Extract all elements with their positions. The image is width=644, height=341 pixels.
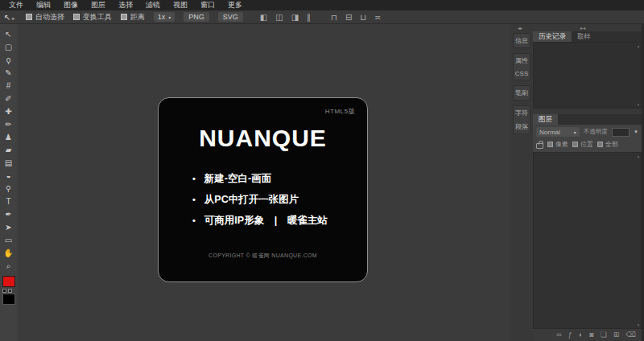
quick-select-tool-icon[interactable]: ✎ [0,67,17,80]
menu-more[interactable]: 更多 [221,0,249,10]
menu-file[interactable]: 文件 [2,0,30,10]
scrollbar[interactable]: ▴ ▾ [636,43,641,108]
menu-select[interactable]: 选择 [112,0,139,10]
tab-history[interactable]: 历史记录 [533,31,572,42]
path-select-tool-icon[interactable]: ➤ [0,221,17,234]
scroll-up-icon[interactable]: ▴ [638,154,640,158]
opacity-field[interactable] [612,128,630,137]
zoom-level-dropdown[interactable]: 1x ▾ [154,12,175,22]
align-middle-icon[interactable]: ⊟ [345,13,352,22]
tab-sampling[interactable]: 取样 [572,31,597,42]
eyedropper-tool-icon[interactable]: ✐ [0,92,17,105]
distance-checkbox[interactable]: 距离 [121,12,145,23]
opacity-caret-icon[interactable]: ▼ [634,129,638,134]
collapse-arrows-icon[interactable]: ◂▸ [518,25,522,31]
lasso-tool-icon[interactable]: ϙ [0,54,17,67]
chevron-down-icon: ▾ [574,129,576,135]
checkbox-icon[interactable] [121,14,127,20]
checkbox-icon[interactable] [597,142,603,147]
swap-colors-icon[interactable] [2,289,15,293]
panel-tab-css[interactable]: CSS [514,68,530,80]
shape-tool-icon[interactable]: ▭ [0,234,17,247]
hand-tool-icon[interactable]: ✋ [0,247,17,260]
default-colors-icon[interactable] [2,289,6,293]
gradient-tool-icon[interactable]: ▤ [0,157,17,170]
lock-pixels-label: 像素 [555,140,568,149]
history-panel-content: ▴ ▾ [533,42,642,109]
blend-mode-select[interactable]: Normal ▾ [536,127,580,137]
lock-icon[interactable] [536,143,543,149]
panel-tab-properties[interactable]: 属性 [514,54,530,68]
bullet-open-image[interactable]: 从PC中打开一张图片 [192,189,367,210]
distribute-h-icon[interactable]: ∥ [307,13,311,22]
text-tool-icon[interactable]: T [0,195,17,208]
align-right-icon[interactable]: ◨ [291,13,299,22]
pen-tool-icon[interactable]: ✒ [0,208,17,221]
bullet-ip-links[interactable]: 可商用IP形象 | 暖雀主站 [192,210,367,231]
menu-edit[interactable]: 编辑 [30,0,57,10]
crop-tool-icon[interactable]: # [0,80,17,92]
panel-tab-character[interactable]: 字符 [514,106,530,120]
link-icon[interactable]: ∞ [556,331,561,339]
checkbox-icon[interactable] [73,14,80,20]
menu-window[interactable]: 窗口 [194,0,221,10]
scroll-down-icon[interactable]: ▾ [638,102,640,107]
layers-footer: ∞ƒ◐◙❏⊞⌫ [533,329,642,341]
export-svg-button[interactable]: SVG [218,12,243,22]
brush-tool-icon[interactable]: ✏ [0,118,17,131]
dodge-tool-icon[interactable]: ⚲ [0,183,17,195]
bullet-new-canvas[interactable]: 新建-空白-画面 [192,168,367,189]
folder-icon[interactable]: ❏ [601,331,607,339]
blend-mode-value: Normal [539,129,560,136]
background-color-swatch[interactable] [2,294,15,305]
export-png-button[interactable]: PNG [184,12,209,22]
canvas-area[interactable]: HTML5版 NUANQUE 新建-空白-画面 从PC中打开一张图片 可商用IP… [17,24,511,341]
eraser-tool-icon[interactable]: ▰ [0,144,17,157]
menu-image[interactable]: 图像 [57,0,85,10]
marquee-tool-icon[interactable]: ▢ [0,41,17,54]
swap-colors-mini-icon[interactable] [8,289,12,293]
panel-tab-brushes[interactable]: 笔刷 [514,86,530,100]
collapsed-panels-strip: 信息 属性 CSS 笔刷 字符 段落 [511,31,531,341]
chevron-down-icon: ▾ [168,14,171,20]
html5-badge: HTML5版 [325,107,355,116]
align-left-icon[interactable]: ◧ [260,13,267,22]
zoom-tool-icon[interactable]: ⌕ [0,260,17,273]
checkbox-icon[interactable] [547,142,553,147]
panel-tab-paragraph[interactable]: 段落 [514,120,530,134]
lock-pixels-checkbox[interactable]: 像素 [547,140,568,149]
transform-tool-checkbox[interactable]: 变换工具 [73,12,112,23]
foreground-color-swatch[interactable] [2,276,15,287]
move-tool-icon[interactable]: ↖ [0,28,17,41]
fx-icon[interactable]: ƒ [568,331,572,339]
align-top-icon[interactable]: ⊓ [331,13,337,22]
auto-select-checkbox[interactable]: 自动选择 [26,12,64,23]
tool-palette: ↖▢ϙ✎#✐✚✏♟▰▤◒⚲T✒➤▭✋⌕ [0,24,17,341]
adjustment-icon[interactable]: ◐ [579,331,583,339]
align-center-h-icon[interactable]: ◫ [275,13,283,22]
tab-layers[interactable]: 图层 [533,114,558,125]
zoom-level-value: 1x [158,13,166,21]
lock-all-checkbox[interactable]: 全部 [597,140,618,149]
menu-view[interactable]: 视图 [167,0,194,10]
collapse-arrows-icon[interactable]: ▸◂ [580,25,585,31]
panel-tab-info[interactable]: 信息 [514,34,530,47]
new-layer-icon[interactable]: ⊞ [613,331,620,339]
checkbox-icon[interactable] [572,142,578,147]
distribute-v-icon[interactable]: ≍ [374,13,381,22]
checkbox-icon[interactable] [26,14,32,20]
opacity-label: 不透明度 [584,128,608,136]
scroll-up-icon[interactable]: ▴ [638,43,640,48]
menu-filter[interactable]: 滤镜 [139,0,167,10]
clone-stamp-tool-icon[interactable]: ♟ [0,131,17,144]
lock-position-checkbox[interactable]: 位置 [572,140,593,149]
scroll-down-icon[interactable]: ▾ [638,323,640,327]
lock-all-label: 全部 [605,140,618,149]
blur-tool-icon[interactable]: ◒ [0,170,17,183]
align-bottom-icon[interactable]: ⊔ [360,13,366,22]
menu-layer[interactable]: 图层 [85,0,112,10]
scrollbar[interactable]: ▴ ▾ [636,153,641,328]
healing-tool-icon[interactable]: ✚ [0,105,17,118]
mask-icon[interactable]: ◙ [589,331,593,339]
delete-icon[interactable]: ⌫ [625,331,636,339]
